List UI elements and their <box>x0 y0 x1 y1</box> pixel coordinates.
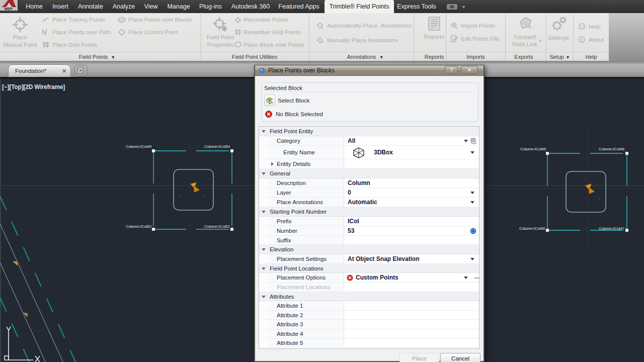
svg-text:Column:ICol46: Column:ICol46 <box>599 147 625 151</box>
svg-text:Column:ICol50: Column:ICol50 <box>204 144 230 149</box>
svg-text:Column:ICol51: Column:ICol51 <box>204 224 230 229</box>
svg-text:Column:ICol48: Column:ICol48 <box>519 226 545 231</box>
svg-text:?: ? <box>581 38 583 42</box>
svg-text:Column:ICol49: Column:ICol49 <box>126 144 152 149</box>
svg-text:Column:ICol45: Column:ICol45 <box>520 147 546 151</box>
svg-text:Column:ICol52: Column:ICol52 <box>126 224 152 229</box>
svg-text:Column:ICol47: Column:ICol47 <box>599 226 625 231</box>
svg-text:?: ? <box>581 25 583 29</box>
svg-text:MEP: MEP <box>5 7 13 11</box>
